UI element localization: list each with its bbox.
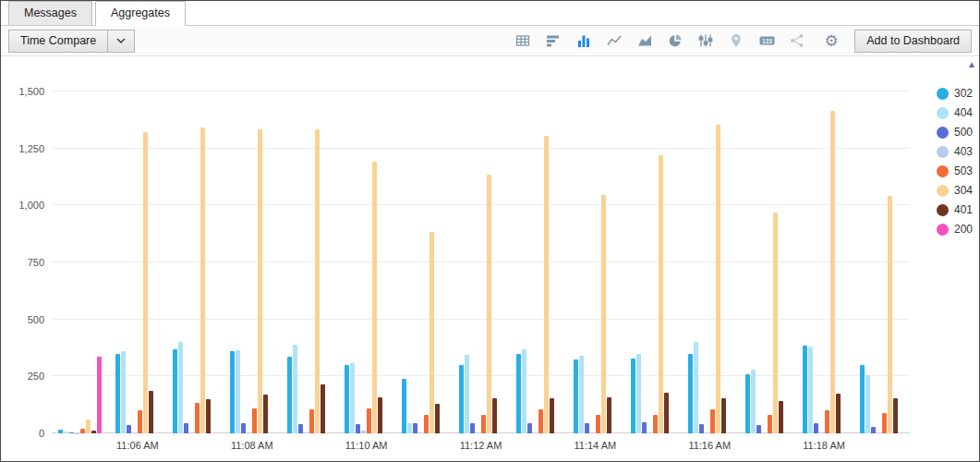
bar-404[interactable] xyxy=(293,345,297,433)
bar-302[interactable] xyxy=(860,365,865,433)
line-chart-icon[interactable] xyxy=(606,32,623,49)
bar-304[interactable] xyxy=(716,125,720,433)
bar-302[interactable] xyxy=(173,349,177,433)
bar-401[interactable] xyxy=(321,384,325,433)
bar-302[interactable] xyxy=(745,374,750,433)
bar-500[interactable] xyxy=(184,423,188,433)
flow-icon[interactable] xyxy=(789,32,805,49)
bar-503[interactable] xyxy=(424,415,429,433)
bar-503[interactable] xyxy=(309,409,314,433)
bar-503[interactable] xyxy=(138,410,142,433)
horizontal-bar-chart-icon[interactable] xyxy=(545,32,562,49)
bar-503[interactable] xyxy=(367,408,371,433)
bar-503[interactable] xyxy=(195,403,200,433)
sliders-icon[interactable] xyxy=(697,32,714,49)
bar-401[interactable] xyxy=(550,398,554,433)
map-pin-icon[interactable] xyxy=(728,32,744,49)
bar-404[interactable] xyxy=(694,342,698,433)
bar-404[interactable] xyxy=(178,342,183,433)
bar-401[interactable] xyxy=(435,404,440,433)
bar-302[interactable] xyxy=(688,354,693,433)
add-to-dashboard-button[interactable]: Add to Dashboard xyxy=(854,30,972,53)
bar-401[interactable] xyxy=(607,397,611,433)
bar-302[interactable] xyxy=(345,365,349,433)
bar-500[interactable] xyxy=(585,423,589,433)
bar-500[interactable] xyxy=(470,423,475,433)
bar-503[interactable] xyxy=(596,415,600,433)
bar-503[interactable] xyxy=(481,415,486,433)
bar-chart-icon[interactable] xyxy=(575,32,592,49)
bar-404[interactable] xyxy=(236,350,240,433)
time-compare-dropdown-button[interactable] xyxy=(108,30,135,53)
area-chart-icon[interactable] xyxy=(636,32,653,49)
bar-304[interactable] xyxy=(372,162,377,433)
bar-304[interactable] xyxy=(544,136,549,433)
bar-404[interactable] xyxy=(865,375,870,433)
bar-304[interactable] xyxy=(659,155,663,433)
bar-302[interactable] xyxy=(115,354,120,433)
bar-302[interactable] xyxy=(230,351,235,433)
bar-401[interactable] xyxy=(893,398,898,433)
bar-401[interactable] xyxy=(492,398,497,433)
bar-304[interactable] xyxy=(86,419,91,433)
bar-500[interactable] xyxy=(127,425,131,433)
bar-304[interactable] xyxy=(200,128,205,433)
bar-404[interactable] xyxy=(121,351,126,433)
bar-401[interactable] xyxy=(206,399,211,433)
bar-401[interactable] xyxy=(664,393,669,433)
bar-503[interactable] xyxy=(710,409,715,433)
bar-500[interactable] xyxy=(814,423,818,433)
bar-304[interactable] xyxy=(487,175,491,433)
bar-404[interactable] xyxy=(751,370,756,433)
bar-503[interactable] xyxy=(252,408,257,433)
bar-302[interactable] xyxy=(516,354,521,433)
tab-aggregates[interactable]: Aggregates xyxy=(95,1,186,26)
bar-401[interactable] xyxy=(836,394,841,433)
bar-401[interactable] xyxy=(721,398,726,433)
legend-item[interactable]: 302 xyxy=(937,87,973,100)
bar-401[interactable] xyxy=(149,391,153,433)
bar-404[interactable] xyxy=(522,349,526,433)
bar-304[interactable] xyxy=(430,232,434,433)
bar-503[interactable] xyxy=(768,415,772,433)
bar-500[interactable] xyxy=(298,424,303,433)
legend-item[interactable]: 404 xyxy=(937,106,973,119)
bar-503[interactable] xyxy=(882,413,887,433)
bar-404[interactable] xyxy=(350,363,355,433)
pie-chart-icon[interactable] xyxy=(667,32,684,49)
bar-500[interactable] xyxy=(413,423,417,433)
bar-304[interactable] xyxy=(315,129,320,433)
legend-item[interactable]: 503 xyxy=(937,164,973,177)
bar-302[interactable] xyxy=(631,359,635,433)
number-format-icon[interactable]: 123 xyxy=(758,32,775,49)
scroll-up-arrow[interactable]: ▲ xyxy=(967,59,976,69)
bar-500[interactable] xyxy=(871,427,876,433)
bar-302[interactable] xyxy=(574,359,578,433)
bar-500[interactable] xyxy=(699,424,704,433)
legend-item[interactable]: 401 xyxy=(937,203,973,216)
bar-404[interactable] xyxy=(579,356,584,433)
legend-item[interactable]: 304 xyxy=(937,184,973,197)
settings-gear-icon[interactable]: ⚙ xyxy=(823,32,840,49)
bar-404[interactable] xyxy=(636,354,641,433)
bar-304[interactable] xyxy=(601,195,606,433)
bar-200[interactable] xyxy=(97,357,102,433)
bar-404[interactable] xyxy=(407,423,412,433)
bar-503[interactable] xyxy=(538,409,543,433)
bar-500[interactable] xyxy=(356,424,360,433)
bar-304[interactable] xyxy=(773,213,778,433)
bar-304[interactable] xyxy=(143,132,148,433)
bar-302[interactable] xyxy=(402,379,406,433)
bar-404[interactable] xyxy=(465,355,469,433)
bar-304[interactable] xyxy=(888,196,892,433)
bar-401[interactable] xyxy=(378,397,382,433)
bar-503[interactable] xyxy=(653,415,658,433)
bar-500[interactable] xyxy=(756,425,761,433)
legend-item[interactable]: 403 xyxy=(937,145,973,158)
bar-302[interactable] xyxy=(287,357,292,433)
tab-messages[interactable]: Messages xyxy=(8,1,92,25)
bar-500[interactable] xyxy=(527,423,532,433)
bar-500[interactable] xyxy=(642,422,647,433)
bar-404[interactable] xyxy=(808,346,813,433)
bar-302[interactable] xyxy=(803,346,807,433)
